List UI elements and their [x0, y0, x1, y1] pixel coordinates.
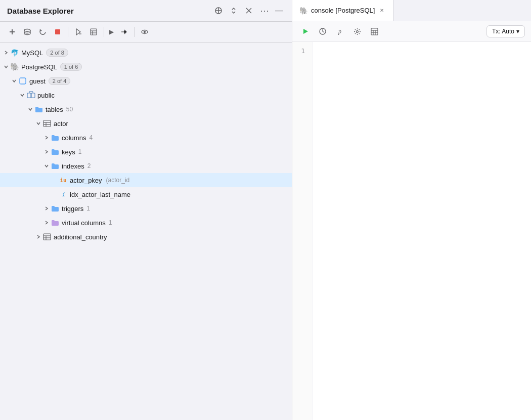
svg-rect-8	[55, 29, 60, 34]
mysql-label: MySQL	[21, 49, 43, 57]
tx-chevron-icon: ▾	[516, 28, 519, 35]
postgresql-chevron[interactable]	[2, 63, 10, 71]
indexes-node[interactable]: indexes 2	[0, 159, 292, 173]
indexes-folder-icon	[51, 161, 60, 171]
ddl-label[interactable]: ▶	[107, 28, 116, 35]
explorer-toolbar: ▶	[0, 22, 292, 43]
mysql-icon: 🐬	[10, 48, 19, 57]
virtual-columns-label: virtual columns	[62, 219, 106, 227]
virtual-columns-chevron[interactable]	[42, 219, 51, 227]
minimize-icon[interactable]: —	[274, 5, 285, 16]
tables-node[interactable]: tables 50	[0, 102, 292, 116]
tables-count: 50	[66, 106, 73, 113]
guest-node[interactable]: guest 2 of 4	[0, 74, 292, 88]
public-schema-node[interactable]: public	[0, 88, 292, 102]
svg-rect-11	[91, 29, 97, 35]
svg-point-35	[356, 30, 358, 32]
public-chevron[interactable]	[18, 91, 26, 99]
more-options-icon[interactable]: ⋯	[258, 5, 270, 16]
svg-point-17	[144, 31, 146, 33]
console-tab-close[interactable]: ✕	[378, 7, 386, 15]
guest-label: guest	[29, 77, 46, 85]
add-button[interactable]	[5, 25, 19, 39]
keys-label: keys	[62, 148, 75, 156]
indexes-chevron[interactable]	[42, 162, 51, 170]
actor-pkey-label: actor_pkey	[70, 177, 102, 184]
columns-node[interactable]: columns 4	[0, 131, 292, 145]
actor-pkey-chevron	[51, 176, 59, 184]
virtual-columns-node[interactable]: virtual columns 1	[0, 216, 292, 230]
toolbar-separator-1	[68, 27, 68, 37]
triggers-count: 1	[86, 205, 90, 212]
actor-pkey-node[interactable]: iu actor_pkey (actor_id	[0, 173, 292, 187]
console-tab-icon: 🐘	[299, 7, 308, 15]
postgresql-badge: 1 of 6	[60, 63, 82, 71]
svg-text:🐬: 🐬	[11, 49, 19, 57]
refresh-button[interactable]	[35, 25, 50, 39]
columns-chevron[interactable]	[42, 134, 51, 142]
run-query-button[interactable]	[298, 24, 313, 38]
triggers-node[interactable]: triggers 1	[0, 201, 292, 216]
keys-chevron[interactable]	[42, 148, 51, 156]
schema-settings-button[interactable]	[20, 25, 34, 39]
mysql-badge: 2 of 8	[46, 49, 68, 57]
additional-country-node[interactable]: additional_country	[0, 230, 292, 244]
columns-folder-icon	[51, 133, 60, 142]
actor-label: actor	[54, 120, 68, 128]
triggers-folder-icon	[51, 204, 60, 213]
tables-label: tables	[46, 106, 63, 113]
param-button[interactable]: p	[333, 24, 347, 38]
idx-actor-last-name-node[interactable]: i idx_actor_last_name	[0, 187, 292, 201]
idx-last-name-label: idx_actor_last_name	[70, 191, 130, 198]
actor-table-node[interactable]: actor	[0, 116, 292, 131]
idx-last-name-chevron	[51, 190, 59, 198]
tx-auto-button[interactable]: Tx: Auto ▾	[486, 25, 525, 37]
additional-country-chevron[interactable]	[34, 233, 42, 241]
line-numbers: 1	[292, 42, 313, 420]
postgresql-node[interactable]: 🐘 PostgreSQL 1 of 6	[0, 60, 292, 74]
view-options-button[interactable]	[138, 25, 152, 39]
actor-chevron[interactable]	[34, 119, 42, 128]
export-button[interactable]	[117, 25, 131, 39]
svg-point-7	[24, 29, 30, 32]
table-view-button[interactable]	[86, 25, 101, 39]
tables-chevron[interactable]	[26, 105, 34, 113]
crosshair-icon[interactable]	[213, 5, 224, 16]
history-button[interactable]	[316, 24, 330, 38]
keys-node[interactable]: keys 1	[0, 145, 292, 159]
console-tab[interactable]: 🐘 console [PostgreSQL] ✕	[292, 0, 393, 21]
svg-rect-36	[371, 28, 378, 35]
columns-count: 4	[89, 134, 93, 141]
panel-header: Database Explorer ⋯ —	[0, 0, 292, 22]
tables-folder-icon	[34, 105, 43, 114]
actor-table-icon	[42, 119, 52, 128]
editor-content[interactable]	[313, 42, 531, 420]
panel-title: Database Explorer	[7, 7, 209, 15]
indexes-count: 2	[87, 162, 91, 170]
svg-rect-21	[31, 93, 35, 98]
svg-rect-29	[43, 234, 51, 240]
additional-country-table-icon	[42, 232, 52, 241]
primary-index-icon: iu	[59, 176, 68, 185]
virtual-columns-count: 1	[109, 219, 112, 226]
tx-label: Tx: Auto	[492, 28, 514, 35]
console-panel: 🐘 console [PostgreSQL] ✕ p	[292, 0, 531, 420]
close-panel-icon[interactable]	[243, 5, 254, 16]
additional-country-label: additional_country	[54, 233, 107, 241]
settings-button[interactable]	[350, 24, 364, 38]
mysql-chevron[interactable]	[2, 49, 10, 57]
editor-area: 1	[292, 42, 531, 420]
grid-view-button[interactable]	[367, 24, 381, 38]
index-icon: i	[59, 190, 68, 199]
mysql-node[interactable]: 🐬 MySQL 2 of 8	[0, 46, 292, 60]
svg-rect-25	[43, 120, 51, 127]
postgresql-label: PostgreSQL	[21, 63, 57, 71]
expand-collapse-icon[interactable]	[228, 5, 239, 16]
triggers-chevron[interactable]	[42, 204, 51, 213]
stop-button[interactable]	[51, 25, 65, 39]
keys-count: 1	[78, 148, 82, 155]
triggers-label: triggers	[62, 205, 83, 213]
guest-chevron[interactable]	[10, 77, 18, 85]
database-tree: 🐬 MySQL 2 of 8 🐘 PostgreSQL 1 of 6	[0, 43, 292, 420]
run-file-button[interactable]	[71, 25, 85, 39]
